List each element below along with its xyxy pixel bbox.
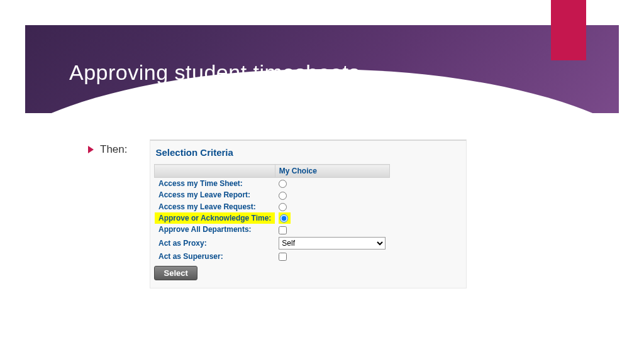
label-leave-report: Access my Leave Report: <box>155 189 275 200</box>
bullet-text: Then: <box>100 143 127 156</box>
label-leave-request: Access my Leave Request: <box>155 201 275 212</box>
triangle-bullet-icon <box>88 146 94 153</box>
title-banner: Approving student timesheets <box>25 25 619 113</box>
col-blank <box>155 165 275 178</box>
select-proxy[interactable]: Self <box>279 237 386 250</box>
row-approve-acknowledge: Approve or Acknowledge Time: <box>155 212 389 224</box>
bullet-item: Then: <box>88 143 127 156</box>
label-approve-all: Approve All Departments: <box>155 224 275 235</box>
row-time-sheet: Access my Time Sheet: <box>155 178 389 190</box>
checkbox-superuser[interactable] <box>279 253 287 261</box>
row-leave-report: Access my Leave Report: <box>155 189 389 200</box>
radio-leave-request[interactable] <box>279 203 287 211</box>
table-header-row: My Choice <box>155 165 389 178</box>
label-approve-acknowledge: Approve or Acknowledge Time: <box>155 212 275 224</box>
selection-criteria-panel: Selection Criteria My Choice Access my T… <box>150 140 467 288</box>
page-title: Approving student timesheets <box>69 60 360 85</box>
row-leave-request: Access my Leave Request: <box>155 201 389 212</box>
panel-title: Selection Criteria <box>154 146 462 164</box>
content-area: Then: Selection Criteria My Choice Acces… <box>88 140 467 288</box>
radio-approve-acknowledge[interactable] <box>280 214 288 222</box>
label-time-sheet: Access my Time Sheet: <box>155 178 275 190</box>
radio-time-sheet[interactable] <box>279 180 287 188</box>
row-superuser: Act as Superuser: <box>155 251 389 262</box>
row-approve-all: Approve All Departments: <box>155 224 389 235</box>
label-superuser: Act as Superuser: <box>155 251 275 262</box>
select-button[interactable]: Select <box>154 266 197 280</box>
criteria-table: My Choice Access my Time Sheet: Access m… <box>154 164 389 262</box>
label-proxy: Act as Proxy: <box>155 236 275 251</box>
checkbox-approve-all[interactable] <box>279 226 287 234</box>
radio-leave-report[interactable] <box>279 192 287 200</box>
row-proxy: Act as Proxy: Self <box>155 236 389 251</box>
col-my-choice: My Choice <box>275 165 389 178</box>
accent-tab <box>551 0 586 60</box>
